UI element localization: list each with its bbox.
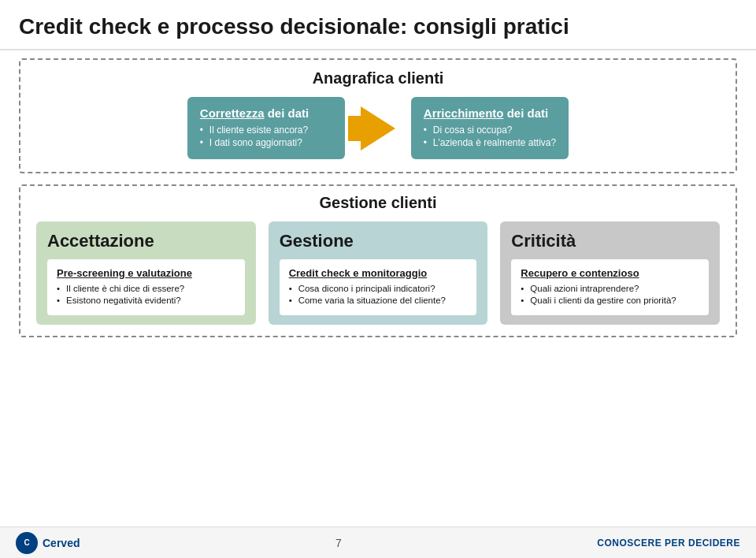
arricchimento-item-2: L'azienda è realmente attiva?	[424, 137, 556, 148]
prescreening-card: Pre-screening e valutazione Il cliente è…	[47, 259, 245, 315]
creditcheck-item-2: Come varia la situazione del cliente?	[289, 296, 468, 305]
anagrafica-title: Anagrafica clienti	[36, 69, 720, 87]
accettazione-title: Accettazione	[47, 231, 245, 251]
right-arrow-icon	[361, 106, 395, 151]
correttezza-list: Il cliente esiste ancora? I dati sono ag…	[200, 125, 332, 148]
criticita-title: Criticità	[511, 231, 709, 251]
page-number: 7	[335, 537, 342, 549]
arricchimento-underline: Arricchimento	[424, 106, 504, 120]
arricchimento-list: Di cosa si occupa? L'azienda è realmente…	[424, 125, 556, 148]
accettazione-column: Accettazione Pre-screening e valutazione…	[36, 221, 256, 325]
gestione-columns: Accettazione Pre-screening e valutazione…	[36, 221, 720, 325]
creditcheck-title: Credit check e monitoraggio	[289, 267, 468, 279]
anagrafica-section: Anagrafica clienti Correttezza dei dati …	[19, 58, 737, 173]
anagrafica-row: Correttezza dei dati Il cliente esiste a…	[36, 97, 720, 159]
recupero-item-1: Quali azioni intraprendere?	[521, 284, 699, 293]
logo-icon: C	[16, 532, 38, 554]
correttezza-rest: dei dati	[264, 106, 309, 120]
correttezza-item-2: I dati sono aggiornati?	[200, 137, 332, 148]
creditcheck-card: Credit check e monitoraggio Cosa dicono …	[280, 259, 477, 315]
footer-tagline: CONOSCERE PER DECIDERE	[597, 538, 740, 549]
page-title: Credit check e processo decisionale: con…	[19, 14, 737, 39]
prescreening-title: Pre-screening e valutazione	[57, 267, 235, 279]
creditcheck-list: Cosa dicono i principali indicatori? Com…	[289, 284, 468, 305]
gestione-col-title: Gestione	[280, 231, 477, 251]
footer: C Cerved 7 CONOSCERE PER DECIDERE	[0, 526, 756, 558]
prescreening-item-1: Il cliente è chi dice di essere?	[57, 284, 235, 293]
gestione-title: Gestione clienti	[36, 194, 720, 212]
correttezza-card: Correttezza dei dati Il cliente esiste a…	[187, 97, 345, 159]
arricchimento-title: Arricchimento dei dati	[424, 106, 556, 120]
arricchimento-rest: dei dati	[504, 106, 549, 120]
prescreening-item-2: Esistono negatività evidenti?	[57, 296, 235, 305]
gestione-column: Gestione Credit check e monitoraggio Cos…	[269, 221, 488, 325]
correttezza-underline: Correttezza	[200, 106, 265, 120]
header: Credit check e processo decisionale: con…	[0, 0, 756, 50]
logo-text: Cerved	[43, 537, 80, 549]
recupero-item-2: Quali i clienti da gestire con priorità?	[521, 296, 699, 305]
arricchimento-item-1: Di cosa si occupa?	[424, 125, 556, 136]
criticita-column: Criticità Recupero e contenzioso Quali a…	[500, 221, 720, 325]
gestione-section: Gestione clienti Accettazione Pre-screen…	[19, 184, 737, 337]
cerved-logo: C Cerved	[16, 532, 80, 554]
recupero-title: Recupero e contenzioso	[521, 267, 699, 279]
correttezza-title: Correttezza dei dati	[200, 106, 332, 120]
creditcheck-item-1: Cosa dicono i principali indicatori?	[289, 284, 468, 293]
correttezza-item-1: Il cliente esiste ancora?	[200, 125, 332, 136]
arrow-container	[361, 106, 395, 151]
arricchimento-card: Arricchimento dei dati Di cosa si occupa…	[411, 97, 569, 159]
main-content: Anagrafica clienti Correttezza dei dati …	[0, 50, 756, 337]
prescreening-list: Il cliente è chi dice di essere? Esiston…	[57, 284, 235, 305]
recupero-list: Quali azioni intraprendere? Quali i clie…	[521, 284, 699, 305]
recupero-card: Recupero e contenzioso Quali azioni intr…	[511, 259, 709, 315]
